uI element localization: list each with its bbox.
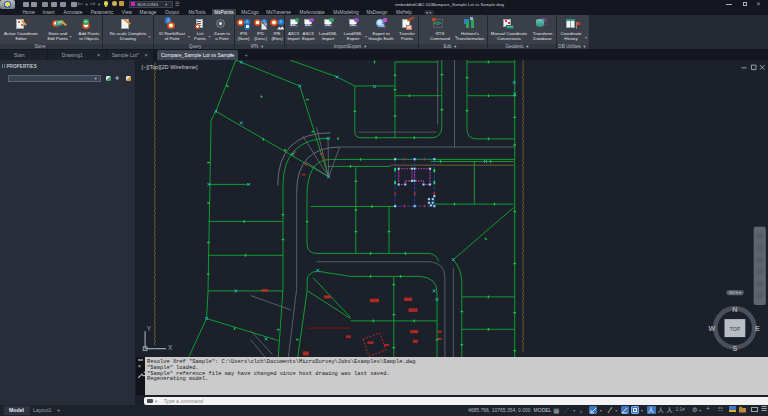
svg-text:W: W — [708, 324, 715, 333]
svg-text:N: N — [732, 305, 737, 314]
svg-text:WCS ▾: WCS ▾ — [729, 292, 741, 296]
svg-text:Y: Y — [146, 325, 151, 332]
svg-text:X: X — [168, 344, 173, 351]
svg-text:S: S — [732, 344, 737, 353]
svg-text:TOP: TOP — [729, 326, 740, 332]
svg-text:E: E — [755, 324, 760, 333]
svg-text:[−][Top][2D Wireframe]: [−][Top][2D Wireframe] — [141, 65, 197, 71]
